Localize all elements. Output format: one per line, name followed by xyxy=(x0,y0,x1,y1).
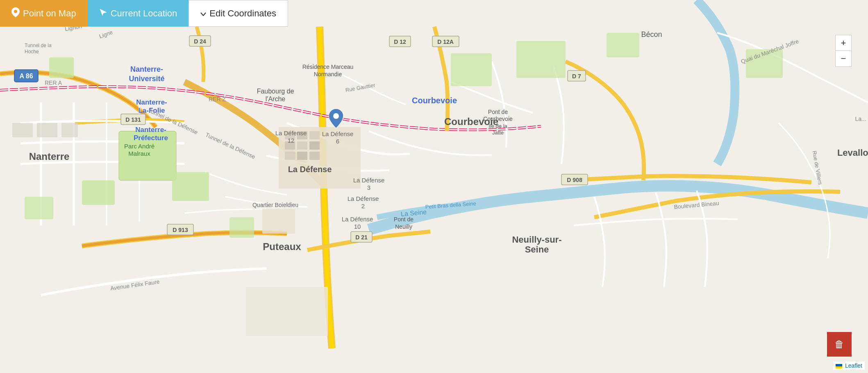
svg-text:RER Z: RER Z xyxy=(209,96,226,102)
svg-text:Préfecture: Préfecture xyxy=(134,134,168,142)
svg-rect-5 xyxy=(516,41,566,78)
svg-text:3: 3 xyxy=(367,184,370,191)
zoom-out-button[interactable]: − xyxy=(836,51,851,66)
svg-rect-21 xyxy=(246,287,328,336)
svg-text:Nanterre-: Nanterre- xyxy=(130,65,163,73)
svg-text:Jatte: Jatte xyxy=(492,130,504,136)
svg-text:RER A: RER A xyxy=(45,80,62,86)
svg-text:La Défense: La Défense xyxy=(348,195,379,202)
svg-text:La...: La... xyxy=(855,116,866,122)
map-pin-icon xyxy=(11,7,20,20)
svg-text:2: 2 xyxy=(361,202,365,209)
svg-rect-20 xyxy=(309,152,320,160)
svg-rect-17 xyxy=(309,141,320,150)
svg-text:Résidence Marceau: Résidence Marceau xyxy=(302,64,354,70)
ukraine-flag-icon xyxy=(836,364,842,368)
svg-text:12: 12 xyxy=(288,137,295,144)
svg-rect-18 xyxy=(285,152,295,160)
point-on-map-label: Point on Map xyxy=(23,8,76,19)
map-container[interactable]: A 86 D 24 D 12 D 12A D 131 D 7 D 908 D 9… xyxy=(0,0,868,373)
svg-point-99 xyxy=(14,10,17,13)
delete-button[interactable]: 🗑 xyxy=(827,332,852,357)
svg-rect-24 xyxy=(37,123,57,137)
svg-text:Puteaux: Puteaux xyxy=(263,241,301,252)
svg-text:Nanterre-: Nanterre- xyxy=(135,126,166,134)
svg-text:Faubourg de: Faubourg de xyxy=(257,88,294,95)
svg-text:Bécon: Bécon xyxy=(641,30,662,39)
svg-text:La Défense: La Défense xyxy=(288,165,332,174)
svg-text:Nanterre-: Nanterre- xyxy=(136,98,167,106)
location-arrow-icon xyxy=(99,8,107,19)
svg-text:Ile de la: Ile de la xyxy=(489,123,507,129)
svg-text:Pont de: Pont de xyxy=(488,109,508,115)
trash-icon: 🗑 xyxy=(834,339,844,350)
svg-text:A 86: A 86 xyxy=(19,73,33,80)
svg-rect-8 xyxy=(172,172,209,201)
svg-text:D 131: D 131 xyxy=(125,116,141,123)
svg-rect-6 xyxy=(607,33,639,57)
svg-text:Courbevoie: Courbevoie xyxy=(412,96,457,105)
svg-text:Quartier Boieldieu: Quartier Boieldieu xyxy=(252,202,298,208)
svg-text:Neuilly-sur-: Neuilly-sur- xyxy=(512,234,561,245)
svg-text:6: 6 xyxy=(336,138,339,145)
svg-text:La Défense: La Défense xyxy=(275,130,307,136)
map-attribution: Leaflet xyxy=(833,362,865,370)
svg-text:Nanterre: Nanterre xyxy=(29,151,70,162)
point-on-map-button[interactable]: Point on Map xyxy=(0,0,88,27)
zoom-controls: + − xyxy=(835,35,852,67)
chevron-down-icon xyxy=(200,8,206,19)
svg-text:D 21: D 21 xyxy=(355,234,368,241)
svg-text:Levallo...: Levallo... xyxy=(837,148,868,158)
map-pin xyxy=(329,109,343,130)
edit-coordinates-label: Edit Coordinates xyxy=(209,8,276,19)
current-location-button[interactable]: Current Location xyxy=(88,0,189,27)
svg-text:La Défense: La Défense xyxy=(322,130,354,137)
svg-text:Malraux: Malraux xyxy=(128,150,150,157)
svg-text:D 7: D 7 xyxy=(572,73,581,80)
svg-rect-2 xyxy=(49,57,74,78)
current-location-label: Current Location xyxy=(111,8,177,19)
toolbar: Point on Map Current Location Edit Coord… xyxy=(0,0,288,27)
zoom-in-button[interactable]: + xyxy=(836,35,851,51)
leaflet-link[interactable]: Leaflet xyxy=(845,362,862,369)
svg-text:Université: Université xyxy=(129,75,164,83)
svg-point-98 xyxy=(333,113,339,119)
svg-text:Hoche: Hoche xyxy=(25,49,39,55)
map-svg: A 86 D 24 D 12 D 12A D 131 D 7 D 908 D 9… xyxy=(0,0,868,373)
svg-text:Normandie: Normandie xyxy=(314,71,342,77)
svg-text:Tunnel de la: Tunnel de la xyxy=(25,43,52,48)
svg-text:D 12A: D 12A xyxy=(437,39,454,45)
svg-text:D 24: D 24 xyxy=(194,38,206,45)
svg-text:D 913: D 913 xyxy=(173,227,188,233)
svg-rect-16 xyxy=(297,141,307,150)
svg-rect-22 xyxy=(262,209,295,234)
svg-rect-14 xyxy=(309,131,320,139)
svg-text:D 908: D 908 xyxy=(567,177,582,183)
svg-text:Neuilly: Neuilly xyxy=(395,223,412,230)
svg-text:La Défense: La Défense xyxy=(353,177,385,184)
svg-rect-10 xyxy=(229,217,254,238)
svg-text:D 12: D 12 xyxy=(394,39,406,45)
svg-text:10: 10 xyxy=(354,223,361,230)
svg-text:Courbevoie: Courbevoie xyxy=(483,116,513,122)
svg-rect-4 xyxy=(451,53,492,86)
svg-rect-9 xyxy=(25,197,53,219)
svg-text:l'Arche: l'Arche xyxy=(266,96,286,102)
svg-text:Seine: Seine xyxy=(525,244,549,255)
svg-rect-25 xyxy=(61,123,78,137)
svg-rect-19 xyxy=(297,152,307,160)
svg-text:Parc André: Parc André xyxy=(124,143,155,150)
svg-rect-3 xyxy=(82,180,115,205)
edit-coordinates-button[interactable]: Edit Coordinates xyxy=(189,0,288,27)
svg-text:La Défense: La Défense xyxy=(342,216,373,223)
svg-rect-23 xyxy=(12,123,33,137)
